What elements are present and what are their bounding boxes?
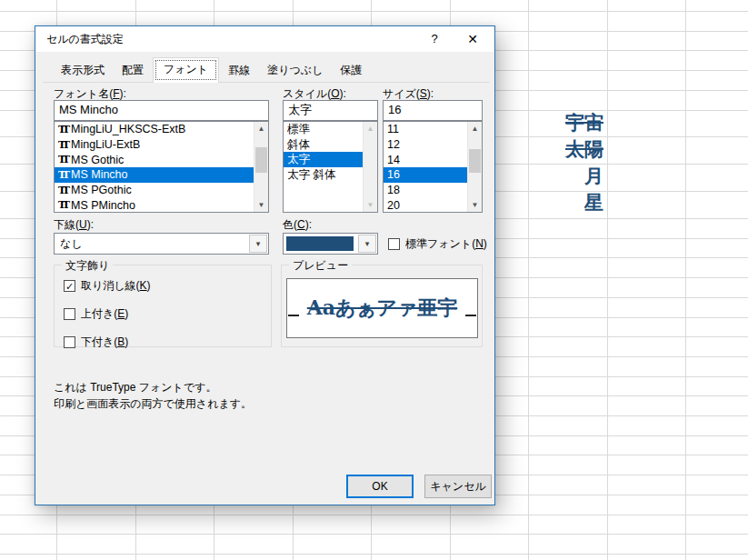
standard-font-label: 標準フォント(N) <box>405 236 487 252</box>
scroll-down-icon[interactable]: ▼ <box>364 198 377 212</box>
size-list-item[interactable]: 12 <box>384 137 467 153</box>
dialog-titlebar[interactable]: セルの書式設定 ? ✕ <box>35 26 494 52</box>
scroll-down-icon[interactable]: ▼ <box>468 198 482 212</box>
font-list-scrollbar[interactable]: ▲ ▼ <box>254 122 268 212</box>
close-icon[interactable]: ✕ <box>459 26 486 52</box>
chevron-down-icon[interactable]: ▾ <box>249 235 267 253</box>
spreadsheet-cell[interactable]: 宇宙 <box>528 109 607 136</box>
effect-label: 下付き(B) <box>81 335 128 350</box>
tab-pane-divider <box>43 82 489 83</box>
scroll-up-icon[interactable]: ▲ <box>364 122 377 135</box>
tab[interactable]: フォント <box>153 57 219 83</box>
effects-group: 文字飾り ✓ 取り消し線(K) 上付き(E) 下付き(B) <box>54 265 272 347</box>
spreadsheet-cell[interactable]: 星 <box>528 190 607 217</box>
underline-label: 下線(U): <box>54 217 94 233</box>
scroll-up-icon[interactable]: ▲ <box>254 122 268 135</box>
font-list-item[interactable]: TT MingLiU_HKSCS-ExtB <box>55 122 254 137</box>
font-list-item[interactable]: TT MS Gothic <box>55 152 254 167</box>
size-list-item[interactable]: 16 <box>384 167 467 183</box>
style-input[interactable]: 太字 <box>283 100 378 121</box>
size-list-item[interactable]: 11 <box>384 122 467 137</box>
size-list-item[interactable]: 14 <box>384 152 467 167</box>
scroll-up-icon[interactable]: ▲ <box>468 122 482 135</box>
tab[interactable]: 罫線 <box>220 60 258 82</box>
tab[interactable]: 塗りつぶし <box>259 60 331 82</box>
baseline-tick-left <box>288 315 299 316</box>
size-list-scrollbar[interactable]: ▲ ▼ <box>467 122 482 212</box>
underline-select[interactable]: なし ▾ <box>54 233 269 255</box>
chevron-down-icon[interactable]: ▾ <box>358 235 376 253</box>
effect-checkbox[interactable]: ✓ 取り消し線(K) <box>64 278 280 294</box>
style-list: 標準 斜体 太字 太字 斜体 ▲ ▼ <box>283 121 378 213</box>
checkbox-icon[interactable] <box>64 308 75 320</box>
truetype-icon: TT <box>58 199 71 211</box>
style-list-item[interactable]: 太字 斜体 <box>284 167 363 183</box>
color-label: 色(C): <box>283 217 312 233</box>
truetype-icon: TT <box>58 154 71 165</box>
font-name-input[interactable]: MS Mincho <box>54 100 269 121</box>
spreadsheet-cell[interactable]: 太陽 <box>528 136 607 164</box>
effect-checkbox[interactable]: 上付き(E) <box>64 306 280 322</box>
preview-group: プレビュー Aaあぁアァ亜宇 <box>281 265 483 347</box>
checkbox-icon[interactable]: ✓ <box>64 280 75 292</box>
size-list: 11 12 14 16 18 20 ▲ ▼ <box>383 121 483 213</box>
preview-box: Aaあぁアァ亜宇 <box>286 278 478 338</box>
style-list-item[interactable]: 標準 <box>284 122 363 137</box>
tab[interactable]: 保護 <box>332 60 370 82</box>
checkbox-icon[interactable] <box>388 238 400 250</box>
size-input[interactable]: 16 <box>383 100 483 121</box>
tab[interactable]: 表示形式 <box>53 60 113 82</box>
font-list-item[interactable]: TT MS Mincho <box>55 167 254 183</box>
font-color-swatch[interactable] <box>286 236 354 251</box>
scroll-down-icon[interactable]: ▼ <box>254 198 268 212</box>
checkbox-icon[interactable] <box>64 336 75 348</box>
format-cells-dialog: セルの書式設定 ? ✕ 表示形式 配置 フォント 罫線 塗りつぶし 保護 フォン… <box>35 25 495 505</box>
truetype-icon: TT <box>58 124 71 135</box>
effect-checkbox[interactable]: 下付き(B) <box>64 335 280 350</box>
style-list-item[interactable]: 太字 <box>284 152 363 167</box>
tab[interactable]: 配置 <box>114 60 152 82</box>
font-name-list: TT MingLiU_HKSCS-ExtB TT MingLiU-ExtB TT… <box>54 121 269 213</box>
spreadsheet-cells: 宇宙 太陽 月 星 <box>528 109 607 216</box>
truetype-icon: TT <box>58 185 71 196</box>
underline-value: なし <box>60 234 83 254</box>
font-list-item[interactable]: TT MS PMincho <box>55 197 254 213</box>
preview-group-label: プレビュー <box>289 258 352 274</box>
tab-strip: 表示形式 配置 フォント 罫線 塗りつぶし 保護 <box>53 62 371 82</box>
baseline-tick-right <box>465 315 476 316</box>
effect-label: 取り消し線(K) <box>81 278 151 294</box>
effects-group-label: 文字飾り <box>62 258 113 274</box>
truetype-icon: TT <box>58 169 71 181</box>
font-list-item[interactable]: TT MS PGothic <box>55 183 254 198</box>
spreadsheet-cell[interactable]: 月 <box>528 163 607 190</box>
style-list-item[interactable]: 斜体 <box>284 137 363 153</box>
truetype-icon: TT <box>58 139 71 151</box>
font-color-select[interactable]: ▾ <box>283 233 378 255</box>
font-description: これは TrueType フォントです。 印刷と画面表示の両方で使用されます。 <box>54 379 252 412</box>
effect-label: 上付き(E) <box>81 306 128 322</box>
preview-text: Aaあぁアァ亜宇 <box>287 279 477 337</box>
dialog-title: セルの書式設定 <box>46 26 124 52</box>
style-list-scrollbar[interactable]: ▲ ▼ <box>363 122 377 212</box>
standard-font-checkbox[interactable]: 標準フォント(N) <box>388 236 487 252</box>
cancel-button[interactable]: キャンセル <box>424 475 492 498</box>
font-list-item[interactable]: TT MingLiU-ExtB <box>55 137 254 153</box>
size-list-item[interactable]: 20 <box>384 197 467 213</box>
ok-button[interactable]: OK <box>346 475 414 498</box>
scrollbar-thumb[interactable] <box>469 149 481 173</box>
size-list-item[interactable]: 18 <box>384 183 467 198</box>
scrollbar-thumb[interactable] <box>255 147 267 173</box>
help-icon[interactable]: ? <box>421 26 448 52</box>
